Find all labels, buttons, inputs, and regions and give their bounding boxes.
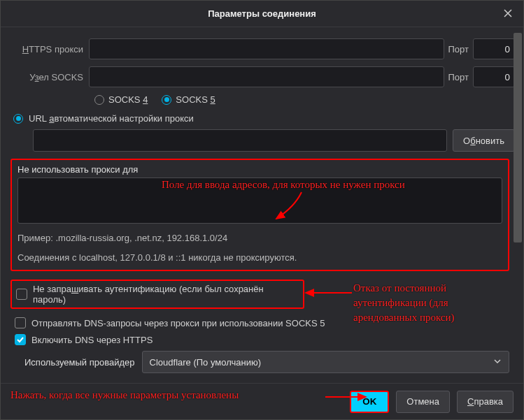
dns-socks-label: Отправлять DNS-запросы через прокси при … [31,318,325,328]
socks4-radio[interactable]: SOCKS 4 [94,94,148,105]
scrollbar-thumb[interactable] [514,33,522,242]
titlebar: Параметры соединения [1,1,523,27]
socks-host-input[interactable] [89,66,444,87]
socks5-radio[interactable]: SOCKS 5 [162,94,215,105]
no-proxy-textarea[interactable] [17,178,502,224]
doh-label: Включить DNS через HTTPS [31,335,153,345]
https-proxy-label: HTTPS прокси [5,44,89,55]
auto-config-url-label: URL автоматической настройки прокси [29,113,194,124]
no-proxy-label: Не использовать прокси для [17,164,502,175]
no-auth-label: Не запрашивать аутентификацию (если был … [33,284,299,305]
auto-config-url-radio[interactable] [13,114,23,124]
chevron-down-icon [493,357,502,368]
https-port-label: Порт [444,44,473,55]
cancel-button[interactable]: Отмена [396,391,450,413]
doh-checkbox[interactable] [15,334,26,345]
refresh-button[interactable]: Обновить [453,129,515,152]
auto-config-url-input[interactable] [33,129,447,152]
no-auth-checkbox-annotated: Не запрашивать аутентификацию (если был … [10,280,304,309]
ok-button[interactable]: OK [350,391,389,413]
no-proxy-note: Соединения с localhost, 127.0.0.1/8 и ::… [17,251,502,265]
provider-label: Используемый провайдер [24,357,135,368]
https-port-input[interactable] [473,38,515,59]
socks-host-label: Узел SOCKS [5,72,89,82]
footer: OK Отмена Справка [1,383,523,419]
no-auth-checkbox[interactable] [16,289,27,300]
dns-socks-checkbox[interactable] [15,317,26,328]
content-area: HTTPS прокси Порт Узел SOCKS Порт SOCKS … [1,27,523,379]
no-proxy-section-annotated: Не использовать прокси для Пример: .mozi… [10,159,509,271]
socks-port-label: Порт [444,72,473,82]
no-proxy-example: Пример: .mozilla-russia.org, .net.nz, 19… [17,231,502,245]
close-icon[interactable] [502,8,515,20]
connection-settings-window: Параметры соединения HTTPS прокси Порт У… [0,0,524,420]
window-title: Параметры соединения [208,8,316,19]
scrollbar[interactable] [514,33,522,378]
socks-port-input[interactable] [473,66,515,87]
provider-value: Cloudflare (По умолчанию) [150,357,261,368]
help-button[interactable]: Справка [457,391,514,413]
https-proxy-input[interactable] [89,38,444,59]
provider-select[interactable]: Cloudflare (По умолчанию) [142,351,509,373]
